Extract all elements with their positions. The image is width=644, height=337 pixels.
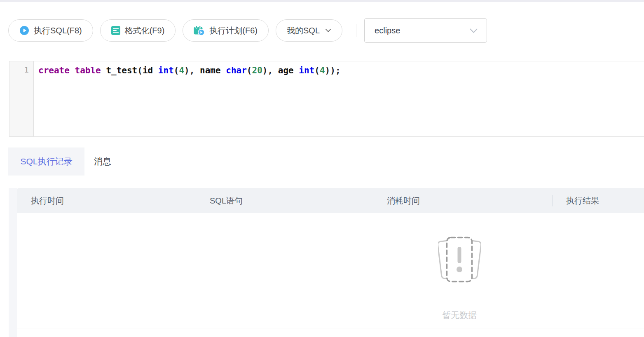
- code-token: (: [137, 66, 143, 75]
- database-selector[interactable]: eclipse: [364, 18, 487, 43]
- code-token: name: [200, 66, 221, 75]
- tab-sql-history-label: SQL执行记录: [20, 156, 72, 167]
- code-token: table: [75, 66, 101, 75]
- format-document-icon: [111, 26, 120, 35]
- code-token: char: [226, 66, 247, 75]
- line-number: 1: [24, 65, 29, 74]
- empty-state: 暂无数据: [438, 236, 481, 321]
- calendar-play-icon: [194, 26, 205, 36]
- no-data-icon: [438, 236, 481, 285]
- code-token: (: [247, 66, 252, 75]
- format-sql-label: 格式化(F9): [125, 25, 165, 36]
- chevron-down-icon: [325, 28, 331, 33]
- code-line[interactable]: create table t_test(id int(4), name char…: [34, 61, 644, 136]
- code-token: 20: [252, 66, 262, 75]
- code-token: 4: [179, 66, 184, 75]
- code-token: [70, 66, 75, 75]
- explain-plan-button[interactable]: 执行计划(F6): [183, 19, 269, 42]
- column-header: 执行结果: [552, 188, 644, 213]
- my-sql-dropdown-button[interactable]: 我的SQL: [276, 19, 342, 42]
- run-sql-label: 执行SQL(F8): [34, 25, 82, 36]
- code-token: [153, 66, 158, 75]
- explain-plan-label: 执行计划(F6): [209, 25, 258, 36]
- column-header: 消耗时间: [373, 188, 552, 213]
- database-selector-value: eclipse: [375, 26, 400, 35]
- code-token: ),: [184, 66, 200, 75]
- code-token: 4: [320, 66, 325, 75]
- code-token: (: [314, 66, 320, 75]
- play-circle-icon: [19, 26, 29, 35]
- sql-editor[interactable]: 1 create table t_test(id int(4), name ch…: [9, 61, 644, 137]
- column-header: SQL语句: [196, 188, 373, 213]
- sql-console-window: 执行SQL(F8) 格式化(F9): [0, 0, 644, 337]
- top-border-strip: [0, 0, 644, 2]
- chevron-down-icon: [470, 26, 478, 35]
- code-token: [221, 66, 226, 75]
- tab-sql-history[interactable]: SQL执行记录: [8, 147, 84, 176]
- code-token: [101, 66, 106, 75]
- row-divider: [17, 328, 644, 328]
- left-rail: [9, 188, 17, 337]
- toolbar-divider: [356, 24, 356, 37]
- tab-messages[interactable]: 消息: [84, 147, 121, 176]
- column-header: 执行时间: [17, 188, 196, 213]
- code-token: int: [299, 66, 314, 75]
- empty-text: 暂无数据: [442, 309, 477, 321]
- code-token: ),: [262, 66, 278, 75]
- code-token: age: [278, 66, 294, 75]
- result-tabs: SQL执行记录 消息: [8, 147, 121, 176]
- run-sql-button[interactable]: 执行SQL(F8): [8, 19, 93, 42]
- code-token: ));: [325, 66, 341, 75]
- format-sql-button[interactable]: 格式化(F9): [100, 19, 176, 42]
- history-table-header: 执行时间SQL语句消耗时间执行结果: [17, 188, 644, 213]
- code-token: int: [158, 66, 174, 75]
- code-token: t_test: [106, 66, 137, 75]
- tab-messages-label: 消息: [94, 156, 111, 167]
- my-sql-label: 我的SQL: [287, 25, 320, 36]
- toolbar: 执行SQL(F8) 格式化(F9): [8, 18, 487, 43]
- code-token: [294, 66, 299, 75]
- code-token: create: [38, 66, 70, 75]
- editor-gutter: 1: [9, 61, 34, 136]
- code-token: id: [143, 66, 153, 75]
- code-token: (: [174, 66, 179, 75]
